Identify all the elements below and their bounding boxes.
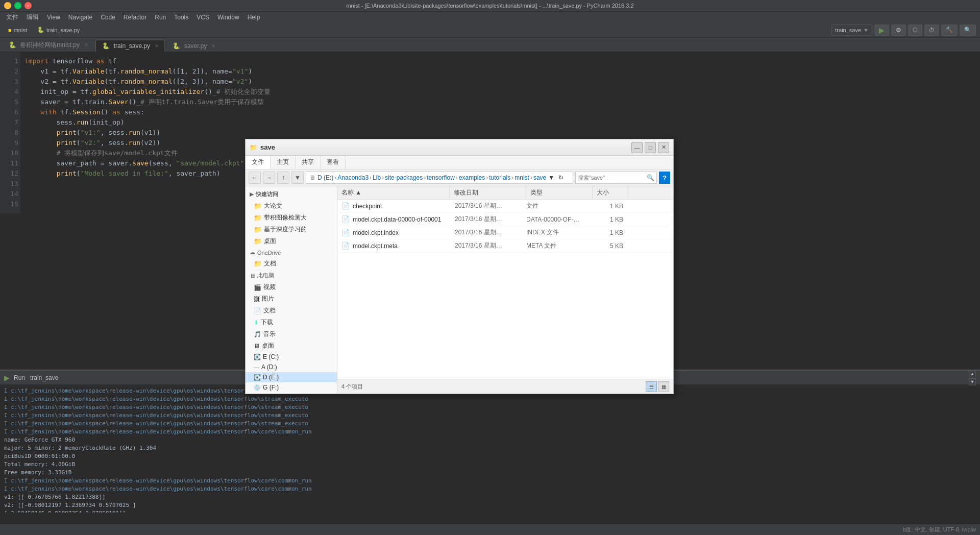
fd-thispc-header[interactable]: 🖥 此电脑 (246, 270, 337, 281)
menu-run[interactable]: Run (151, 13, 170, 22)
fd-list-view-btn[interactable]: ☰ (646, 381, 657, 392)
fd-sidebar-item-pictures[interactable]: 🖼 图片 (246, 293, 337, 305)
path-part-6[interactable]: tutorials (489, 174, 510, 181)
path-part-4[interactable]: tensorflow (427, 174, 455, 181)
fd-sidebar-item-dashewen[interactable]: 📁 大论文 (246, 200, 337, 212)
coverage-button[interactable]: ⬡ (908, 25, 922, 36)
fd-search-icon[interactable]: 🔍 (647, 174, 654, 181)
path-part-7[interactable]: mnist (514, 174, 529, 181)
file-row-ckpt-data[interactable]: 📄 model.ckpt.data-00000-of-00001 2017/3/… (337, 213, 673, 226)
fd-tab-home[interactable]: 主页 (271, 156, 296, 169)
fd-sidebar-label-docs: 文档 (264, 259, 276, 268)
fd-forward-btn[interactable]: → (263, 172, 275, 184)
search-button[interactable]: 🔍 (960, 25, 976, 36)
menu-view[interactable]: View (43, 13, 64, 22)
fd-address-bar[interactable]: 🖥 D (E:)› Anaconda3› Lib› site-packages›… (306, 172, 573, 184)
menu-edit[interactable]: 编辑 (22, 12, 43, 22)
run-button[interactable]: ▶ (874, 25, 889, 36)
fd-sidebar-item-desktop2[interactable]: 🖥 桌面 (246, 340, 337, 352)
fd-back-btn[interactable]: ← (249, 172, 261, 184)
fd-sidebar-item-music[interactable]: 🎵 音乐 (246, 328, 337, 340)
fd-sidebar-item-documents[interactable]: 📄 文档 (246, 305, 337, 317)
fd-sidebar-item-docs[interactable]: 📁 文档 (246, 258, 337, 270)
file-row-checkpoint[interactable]: 📄 checkpoint 2017/3/16 星期… 文件 1 KB (337, 200, 673, 213)
fd-quick-access-header[interactable]: ▶ 快速访问 (246, 188, 337, 200)
fd-sidebar-item-lwplw[interactable]: 🌐 lwplw (K:) (246, 393, 337, 394)
fd-sidebar-label-1: 带积图像检测大 (264, 213, 307, 222)
path-dropdown-icon[interactable]: ▼ (548, 174, 558, 181)
file-row-ckpt-index[interactable]: 📄 model.ckpt.index 2017/3/16 星期… INDEX 文… (337, 226, 673, 239)
col-name[interactable]: 名称 ▲ (337, 186, 450, 199)
fd-tab-share[interactable]: 共享 (296, 156, 321, 169)
fd-sidebar-item-videos[interactable]: 🎬 视频 (246, 281, 337, 293)
fd-close-btn[interactable]: ✕ (658, 142, 669, 153)
fd-sidebar-item-drive-c[interactable]: 💽 E (C:) (246, 352, 337, 362)
fd-sidebar-item-desktop[interactable]: 📁 桌面 (246, 235, 337, 247)
file-icon-ckpt-data: 📄 (341, 215, 350, 223)
fd-sidebar-item-drive-a[interactable]: — A (D:) (246, 362, 337, 372)
profile-button[interactable]: ⏱ (924, 25, 939, 36)
run-panel-up-icon[interactable]: ▲ (969, 370, 976, 377)
run-output-major: major: 5 minor: 2 memoryClockRate (GHz) … (4, 444, 976, 452)
tab-icon-mnist: 🐍 (9, 41, 16, 48)
close-btn[interactable]: × (24, 2, 32, 9)
col-size[interactable]: 大小 (593, 186, 628, 199)
fd-sidebar-item-drive-g[interactable]: 💿 G (F:) (246, 382, 337, 393)
menu-navigate[interactable]: Navigate (64, 13, 96, 22)
run-play-icon[interactable]: ▶ (4, 374, 10, 382)
close-tab-train-save[interactable]: × (155, 42, 158, 50)
fd-sidebar-item-jizhi[interactable]: 📁 带积图像检测大 (246, 212, 337, 224)
fd-tab-file[interactable]: 文件 (246, 156, 271, 169)
run-panel-down-icon[interactable]: ▼ (969, 378, 976, 385)
fd-search-input[interactable] (578, 175, 647, 181)
code-line-7: with tf.Session() as sess: (24, 107, 976, 117)
close-tab-saver[interactable]: × (212, 42, 215, 50)
tab-saver[interactable]: 🐍 saver.py × (166, 40, 222, 52)
path-part-8[interactable]: save (533, 174, 546, 181)
file-row-ckpt-meta[interactable]: 📄 model.ckpt.meta 2017/3/16 星期… META 文件 … (337, 239, 673, 253)
fd-tab-view[interactable]: 查看 (321, 156, 346, 169)
close-tab-mnist[interactable]: × (84, 41, 88, 48)
fd-toolbar: ← → ↑ ▼ 🖥 D (E:)› Anaconda3› Lib› site-p… (246, 169, 673, 186)
menu-refactor[interactable]: Refactor (119, 13, 151, 22)
fd-search-box[interactable]: 🔍 (575, 172, 657, 184)
run-config[interactable]: train_save ▼ (831, 25, 872, 36)
path-part-3[interactable]: site-packages (385, 174, 423, 181)
fd-titlebar: 📁 save — □ ✕ (246, 139, 673, 156)
menu-file[interactable]: 文件 (2, 12, 22, 22)
fd-sidebar-item-drive-d[interactable]: 💽 D (E:) (246, 372, 337, 382)
menu-tools[interactable]: Tools (170, 13, 192, 22)
maximize-btn[interactable]: □ (14, 2, 21, 9)
col-type[interactable]: 类型 (526, 186, 593, 199)
menu-help[interactable]: Help (243, 13, 264, 22)
fd-maximize-btn[interactable]: □ (645, 142, 656, 153)
fd-help-btn[interactable]: ? (659, 172, 670, 184)
tab-train-save[interactable]: 🐍 train_save.py × (95, 40, 165, 52)
build-button[interactable]: 🔨 (941, 25, 958, 36)
folder-icon: 📁 (254, 214, 262, 222)
path-refresh-icon[interactable]: ↻ (558, 174, 569, 181)
fd-minimize-btn[interactable]: — (631, 142, 643, 153)
fd-sidebar-item-deep[interactable]: 📁 基于深度学习的 (246, 224, 337, 235)
fd-folder-title-icon: 📁 (250, 144, 257, 151)
fd-sidebar-label-documents: 文档 (263, 306, 276, 315)
path-part-0[interactable]: D (E:) (317, 174, 333, 181)
minimize-btn[interactable]: – (4, 2, 11, 9)
fd-status-bar: 4 个项目 ☰ ▦ (337, 379, 673, 394)
path-part-1[interactable]: Anaconda3 (337, 174, 369, 181)
menu-window[interactable]: Window (213, 13, 243, 22)
col-date[interactable]: 修改日期 (450, 186, 526, 199)
fd-recent-btn[interactable]: ▼ (291, 172, 304, 184)
fd-up-btn[interactable]: ↑ (277, 172, 289, 184)
tab-mnist[interactable]: 🐍 卷积神经网络mnist.py × (2, 38, 94, 52)
path-part-2[interactable]: Lib (373, 174, 381, 181)
path-part-5[interactable]: examples (459, 174, 485, 181)
menu-vcs[interactable]: VCS (192, 13, 213, 22)
tab-icon-train-save: 🐍 (102, 42, 110, 50)
fd-sidebar-item-downloads[interactable]: ⬇ 下载 (246, 317, 337, 328)
fd-onedrive-header[interactable]: ☁ OneDrive (246, 247, 337, 258)
menu-code[interactable]: Code (96, 13, 119, 22)
fd-detail-view-btn[interactable]: ▦ (658, 381, 669, 392)
file-size-ckpt-data: 1 KB (593, 216, 623, 223)
debug-button[interactable]: ⚙ (891, 25, 906, 36)
